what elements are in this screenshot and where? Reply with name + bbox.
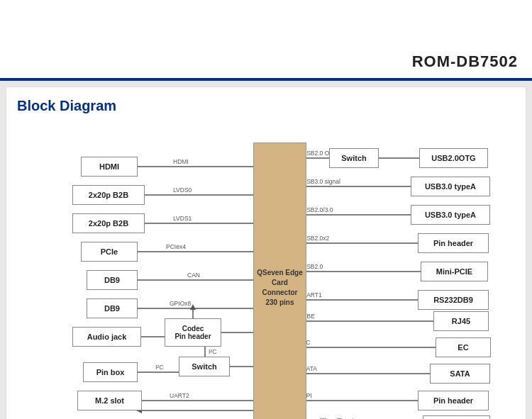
svg-text:PCIex4: PCIex4 [166,243,186,250]
comp-usb2otg: USB2.0OTG [419,148,488,168]
comp-usb3a2: USB3.0 typeA [411,205,490,225]
comp-rs232db9: RS232DB9 [418,290,489,310]
svg-text:CAN: CAN [187,272,200,279]
comp-switch2: Switch [423,415,490,419]
comp-b2b1: 2x20p B2B [72,185,145,205]
blue-line [0,78,532,81]
comp-minipcie: Mini-PCIE [421,262,488,281]
product-title: ROM-DB7502 [412,52,518,71]
svg-text:USB3.0 signal: USB3.0 signal [302,178,340,185]
svg-text:I²C: I²C [155,364,163,371]
section-title: Block Diagram [17,98,515,114]
svg-text:GPIOx8: GPIOx8 [170,300,192,307]
svg-text:I²C: I²C [209,348,216,355]
svg-text:UART2: UART2 [170,392,189,399]
comp-db9b: DB9 [87,298,138,318]
svg-text:HDMI: HDMI [173,158,189,165]
comp-pinheader2: Pin header [418,391,489,410]
comp-b2b2: 2x20p B2B [72,213,145,233]
svg-text:LVDS1: LVDS1 [173,215,192,222]
center-connector: QSeven EdgeCard Connector230 pins [253,143,306,419]
comp-hdmi: HDMI [81,157,138,177]
svg-text:USB2.0/3.0: USB2.0/3.0 [302,206,333,213]
comp-usb3a1: USB3.0 typeA [411,177,490,196]
comp-pinheader1: Pin header [418,233,489,253]
comp-m2slot: M.2 slot [77,391,142,410]
comp-switch-usb2otg: Switch [329,148,379,168]
comp-switch-left: Switch [179,357,230,376]
comp-audiojack: Audio jack [72,327,141,347]
comp-pinbox: Pin box [83,362,138,382]
comp-pcie: PCIe [81,242,138,262]
comp-sata: SATA [430,364,490,384]
main-content: Block Diagram HDMI LVDS0 LVDS1 PCIex4 [6,86,526,419]
center-connector-label: QSeven EdgeCard Connector230 pins [254,268,306,308]
top-bar: ROM-DB7502 [0,0,532,78]
comp-ec: EC [436,337,491,357]
comp-codec: CodecPin header [165,318,221,347]
comp-db9a: DB9 [87,270,138,290]
svg-text:LVDS0: LVDS0 [173,186,192,194]
diagram-area: HDMI LVDS0 LVDS1 PCIex4 CAN [17,128,515,419]
comp-rj45: RJ45 [433,311,489,331]
